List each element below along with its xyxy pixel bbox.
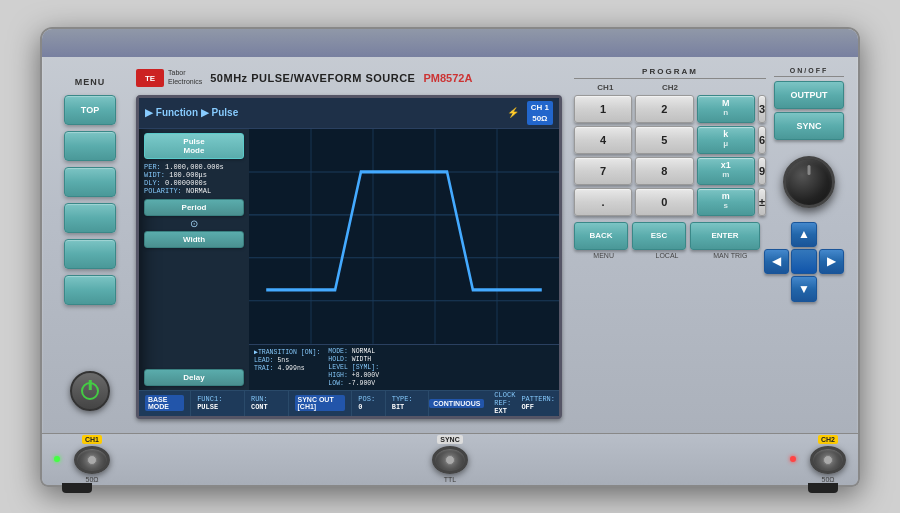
right-top: PROGRAM CH1 CH2 1 2 Mn 4 5 — [574, 67, 844, 216]
power-button[interactable] — [70, 371, 110, 411]
ch2-bnc-label: CH2 — [818, 435, 838, 444]
sync-onoff-button[interactable]: SYNC — [774, 112, 844, 140]
mode-normal: MODE: NORMAL — [328, 348, 379, 355]
status-sync: SYNC OUT [CH1] — [289, 391, 353, 416]
unit-mn[interactable]: Mn — [697, 95, 755, 123]
ch2-header: CH2 — [639, 83, 702, 92]
soft-btn-width[interactable]: Width — [144, 231, 244, 248]
onoff-section: ON/OFF OUTPUT SYNC — [774, 67, 844, 140]
brand-text: Tabor Electronics — [168, 69, 202, 86]
num-2[interactable]: 2 — [635, 95, 693, 123]
brand-bar: TE Tabor Electronics 50MHz PULSE/WAVEFOR… — [136, 67, 562, 89]
device-title: 50MHz PULSE/WAVEFORM SOURCE — [210, 72, 415, 84]
menu-btn-4[interactable] — [64, 203, 116, 233]
num-3[interactable]: 3 — [758, 95, 766, 123]
num-5[interactable]: 5 — [635, 126, 693, 154]
num-0[interactable]: 0 — [635, 188, 693, 216]
status-sync-label: SYNC OUT [CH1] — [295, 395, 346, 411]
status-pos-text: POS: 0 — [358, 395, 378, 411]
enter-button[interactable]: ENTER — [690, 222, 760, 250]
mode-hold: HOLD: WIDTH — [328, 356, 379, 363]
feet — [42, 483, 858, 493]
status-pattern: PATTERN: OFF — [521, 395, 555, 411]
ch1-bnc-body[interactable] — [74, 446, 110, 474]
sync-bnc-body[interactable] — [432, 446, 468, 474]
output-button[interactable]: OUTPUT — [774, 81, 844, 109]
arrow-empty-br — [819, 276, 844, 301]
arrow-empty-bl — [764, 276, 789, 301]
screen-header: ▶ Function ▶ Pulse ⚡ CH 1 50Ω — [139, 98, 559, 129]
onoff-section-header: ON/OFF — [774, 67, 844, 77]
usb-icon: ⚡ — [507, 107, 519, 118]
num-8[interactable]: 8 — [635, 157, 693, 185]
menu-btn-5[interactable] — [64, 239, 116, 269]
unit-ms[interactable]: ms — [697, 188, 755, 216]
sync-bnc-label: SYNC — [437, 435, 462, 444]
soft-btn-period[interactable]: Period — [144, 199, 244, 216]
num-9[interactable]: 9 — [758, 157, 766, 185]
param-polarity: POLARITY: NORMAL — [144, 187, 244, 195]
ch1-led — [54, 456, 60, 462]
face: MENU TOP TE — [42, 57, 858, 433]
menu-label: MENU — [75, 77, 106, 87]
num-7[interactable]: 7 — [574, 157, 632, 185]
status-continuous: CONTINUOUS — [429, 399, 484, 408]
soft-btn-pulse-mode[interactable]: PulseMode — [144, 133, 244, 159]
unit-ku[interactable]: kμ — [697, 126, 755, 154]
control-labels-row: MENU LOCAL MAN TRIG — [574, 252, 760, 259]
ch2-bnc: CH2 50Ω — [810, 435, 846, 483]
arrow-up[interactable]: ▲ — [791, 222, 816, 247]
top-button[interactable]: TOP — [64, 95, 116, 125]
arrow-empty-tr — [819, 222, 844, 247]
status-type-text: TYPE: BIT — [392, 395, 423, 411]
menu-btn-2[interactable] — [64, 131, 116, 161]
program-section: PROGRAM CH1 CH2 1 2 Mn 4 5 — [574, 67, 766, 216]
mode-high: HIGH: +8.000V — [328, 372, 379, 379]
unit-x1m[interactable]: x1m — [697, 157, 755, 185]
lcd-screen: ▶ Function ▶ Pulse ⚡ CH 1 50Ω PulseMode … — [136, 95, 562, 419]
num-dot[interactable]: . — [574, 188, 632, 216]
back-button[interactable]: BACK — [574, 222, 628, 250]
arrow-left[interactable]: ◀ — [764, 249, 789, 274]
param-per: PER: 1.000,000.000s — [144, 163, 244, 171]
num-4[interactable]: 4 — [574, 126, 632, 154]
num-1[interactable]: 1 — [574, 95, 632, 123]
arrow-empty-tl — [764, 222, 789, 247]
man-trig-label: MAN TRIG — [701, 252, 760, 259]
instrument-body: MENU TOP TE — [40, 27, 860, 487]
status-run-text: RUN: CONT — [251, 395, 282, 411]
foot-right — [808, 483, 838, 493]
screen-header-left: ▶ Function ▶ Pulse — [145, 107, 507, 118]
brand-logo-box: TE — [136, 69, 164, 87]
left-panel: MENU TOP — [56, 67, 124, 419]
status-type: TYPE: BIT — [386, 391, 430, 416]
mode-col-right: MODE: NORMAL HOLD: WIDTH LEVEL [SYML]: H… — [328, 348, 379, 387]
esc-button[interactable]: ESC — [632, 222, 686, 250]
status-base-mode-label: BASE MODE — [145, 395, 184, 411]
num-plusminus[interactable]: ± — [758, 188, 766, 216]
mode-transition: ▶TRANSITION [ON]: — [254, 348, 320, 356]
power-icon — [81, 382, 99, 400]
param-dly: DLY: 0.0000000s — [144, 179, 244, 187]
arrow-center[interactable] — [791, 249, 816, 274]
ch-badge: CH 1 50Ω — [527, 101, 553, 125]
ch2-bnc-body[interactable] — [810, 446, 846, 474]
right-panel: PROGRAM CH1 CH2 1 2 Mn 4 5 — [574, 67, 844, 419]
soft-btn-delay[interactable]: Delay — [144, 369, 244, 386]
arrow-down[interactable]: ▼ — [791, 276, 816, 301]
program-section-header: PROGRAM — [574, 67, 766, 79]
mode-trail: TRAI: 4.999ns — [254, 365, 320, 372]
menu-btn-6[interactable] — [64, 275, 116, 305]
brand-company1: Tabor — [168, 69, 202, 77]
svg-text:TE: TE — [145, 74, 156, 83]
status-bar: BASE MODE FUNC1: PULSE RUN: CONT SYNC OU… — [139, 390, 559, 416]
menu-btn-3[interactable] — [64, 167, 116, 197]
status-func-text: FUNC1: PULSE — [197, 395, 238, 411]
arrow-pad: ▲ ◀ ▶ ▼ — [764, 222, 844, 302]
main-knob[interactable] — [783, 156, 835, 208]
num-6[interactable]: 6 — [758, 126, 766, 154]
arrow-right[interactable]: ▶ — [819, 249, 844, 274]
top-bar — [42, 29, 858, 57]
brand-company2: Electronics — [168, 78, 202, 86]
ch-headers: CH1 CH2 — [574, 83, 766, 92]
